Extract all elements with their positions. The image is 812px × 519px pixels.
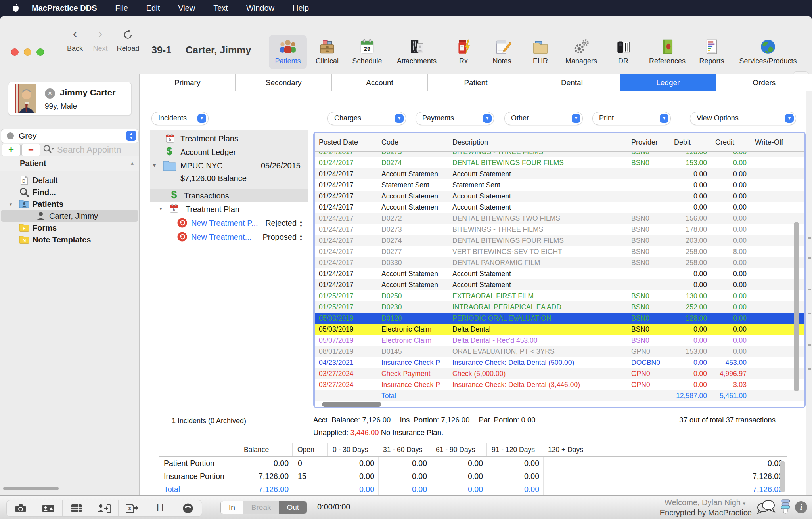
patient-export-icon[interactable] [90, 500, 118, 516]
menu-item-view[interactable]: View [178, 4, 195, 13]
patient-card[interactable]: × Jimmy Carter 99y, Male [8, 82, 132, 116]
clock-out-button[interactable]: Out [279, 501, 307, 514]
clock-break-button[interactable]: Break [243, 501, 279, 514]
ledger-row[interactable]: 01/24/2017D0274DENTAL BITEWINGS FOUR FIL… [315, 235, 804, 246]
ledger-column-header[interactable]: Posted Date [315, 133, 377, 151]
ledger-column-header[interactable]: Code [377, 133, 448, 151]
ledger-column-header[interactable]: Debit [670, 133, 711, 151]
ledger-row[interactable]: 05/07/2019Electronic ClaimDelta Dental -… [315, 335, 804, 346]
toolbar-button-ehr[interactable]: EHR [521, 35, 560, 69]
ledger-row[interactable]: 05/03/2019D0120PERIODIC ORAL EVALUATIONB… [315, 313, 804, 324]
ledger-row[interactable]: 01/25/2017D0230INTRAORAL PERIAPICAL EA A… [315, 301, 804, 313]
tab-secondary[interactable]: Secondary [236, 74, 331, 91]
ledger-column-header[interactable]: Description [448, 133, 627, 151]
collapse-icon[interactable]: ▴ [131, 160, 134, 166]
phone-icon[interactable] [174, 500, 202, 516]
ledger-row[interactable]: 01/24/2017D0273BITEWINGS - THREE FILMSBS… [315, 152, 804, 157]
filter-print[interactable]: Print▾ [592, 112, 671, 125]
ledger-row[interactable]: 01/25/2017D0250EXTRAORAL FIRST FILMBSN01… [315, 290, 804, 301]
ledger-row[interactable]: 01/24/2017D0272DENTAL BITEWINGS TWO FILM… [315, 213, 804, 224]
disclosure-icon[interactable]: ▾ [153, 162, 156, 168]
tip-bulb-icon[interactable] [779, 498, 791, 518]
treatment-plan-item[interactable]: Treatment Plan [186, 205, 239, 214]
ledger-vscrollbar[interactable] [794, 222, 799, 391]
toolbar-button-dr[interactable]: DR [605, 35, 641, 69]
ledger-row[interactable]: 03/27/2024Insurance Check PInsurance Che… [315, 379, 804, 390]
ledger-row[interactable]: 01/24/2017Account StatemenAccount Statem… [315, 168, 804, 179]
transactions-item[interactable]: Transactions [184, 191, 229, 200]
ledger-row[interactable]: 01/24/2017Statement SentStatement Sent0.… [315, 179, 804, 191]
filter-charges[interactable]: Charges▾ [327, 112, 406, 125]
grid-icon[interactable] [63, 500, 90, 516]
disclosure-icon[interactable]: ▾ [10, 201, 12, 207]
account-ledger-item[interactable]: Account Ledger [180, 148, 236, 157]
ledger-row[interactable]: 01/24/2017Account StatemenAccount Statem… [315, 191, 804, 202]
disclosure-icon[interactable]: ▾ [159, 205, 162, 212]
plan-status-select[interactable]: Proposed▲▼ [255, 233, 303, 242]
menu-item-file[interactable]: File [115, 4, 128, 13]
toolbar-button-rx[interactable]: Rx [446, 35, 481, 69]
filter-payments[interactable]: Payments▾ [416, 112, 494, 125]
filter-view-options[interactable]: View Options▾ [690, 112, 796, 125]
ledger-row[interactable]: 01/24/2017D0277VERT BITEWINGS-SEV TO EIG… [315, 246, 804, 257]
hold-icon[interactable]: H [146, 500, 174, 516]
stepper-icon[interactable]: ▲▼ [126, 131, 136, 141]
menu-item-text[interactable]: Text [213, 4, 228, 13]
info-icon[interactable]: i [795, 501, 807, 513]
ledger-row[interactable]: 01/24/2017Account StatemenAccount Statem… [315, 279, 804, 290]
user-menu[interactable]: Welcome, Dylan Nigh ▾ [665, 498, 745, 507]
sidebar-item-find-[interactable]: Find... [0, 186, 139, 198]
toolbar-button-managers[interactable]: Managers [556, 35, 606, 69]
ledger-row[interactable]: 01/24/2017D0274DENTAL BITEWINGS FOUR FIL… [315, 157, 804, 168]
ledger-row[interactable]: 04/23/2021Insurance Check PInsurance Che… [315, 357, 804, 368]
reload-button[interactable]: Reload [114, 28, 142, 53]
color-select[interactable]: Grey ▲▼ [1, 129, 139, 143]
toolbar-button-references[interactable]: References [640, 35, 694, 69]
sidebar-item-patients[interactable]: ▾Patients [0, 198, 139, 210]
ledger-row[interactable]: 01/24/2017D0330DENTAL PANORAMIC FILMBSN0… [315, 257, 804, 268]
chat-icon[interactable] [754, 499, 777, 518]
close-window-button[interactable] [11, 48, 19, 56]
minimize-window-button[interactable] [24, 48, 31, 56]
tab-patient[interactable]: Patient [428, 74, 524, 91]
ledger-column-header[interactable]: Write-Off [751, 133, 804, 151]
incidents-selector[interactable]: Incidents ▾ [151, 112, 209, 125]
ledger-row[interactable]: 03/27/2024Check PaymentCheck (5,000.00)G… [315, 368, 804, 379]
apple-menu-icon[interactable] [12, 4, 21, 13]
ledger-row[interactable]: 05/03/2019Electronic ClaimDelta DentalBS… [315, 324, 804, 335]
menu-item-edit[interactable]: Edit [146, 4, 160, 13]
filter-other[interactable]: Other▾ [504, 112, 583, 125]
ledger-row[interactable]: 08/01/2019D0145ORAL EVALUATION, PT < 3YR… [315, 346, 804, 357]
tab-orders[interactable]: Orders [716, 74, 812, 91]
plan-status-select[interactable]: Rejected▲▼ [255, 219, 303, 228]
remove-button[interactable]: − [21, 144, 40, 156]
next-button[interactable]: › Next [86, 28, 114, 53]
ledger-column-header[interactable]: Provider [627, 133, 670, 151]
tab-account[interactable]: Account [332, 74, 428, 91]
toolbar-button-patients[interactable]: Patients [269, 35, 307, 69]
ledger-hscrollbar[interactable] [322, 402, 381, 407]
sidebar-section-header[interactable]: Patient ▴ [0, 156, 139, 171]
sidebar-item-default[interactable]: DDefault [0, 174, 139, 186]
treatment-plan-link[interactable]: New Treatment P... [191, 219, 258, 228]
sidebar-item-note-templates[interactable]: NNote Templates [0, 234, 139, 246]
toolbar-button-reports[interactable]: Reports [690, 35, 733, 69]
id-card-icon[interactable] [34, 500, 62, 516]
clock-in-button[interactable]: In [221, 501, 243, 514]
menu-item-help[interactable]: Help [293, 4, 309, 13]
tab-ledger[interactable]: Ledger [620, 74, 716, 91]
toolbar-button-schedule[interactable]: 29Schedule [344, 35, 390, 69]
add-button[interactable]: + [2, 144, 21, 156]
toolbar-button-notes[interactable]: Notes [481, 35, 523, 69]
ledger-row[interactable]: 01/24/2017Account StatemenAccount Statem… [315, 268, 804, 279]
search-input[interactable]: Search Appointn [43, 144, 121, 156]
incident-name[interactable]: MPUC NYC [180, 161, 223, 170]
sidebar-item-forms[interactable]: FForms [0, 222, 139, 234]
toolbar-button-attachments[interactable]: Attachments [389, 35, 444, 69]
camera-icon[interactable] [7, 500, 34, 516]
treatment-plans-item[interactable]: Treatment Plans [180, 134, 238, 143]
ledger-row[interactable]: 01/24/2017D0273BITEWINGS - THREE FILMSBS… [315, 224, 804, 235]
tab-primary[interactable]: Primary [140, 74, 236, 91]
zoom-window-button[interactable] [36, 48, 44, 56]
toolbar-button-clinical[interactable]: Clinical [305, 35, 349, 69]
